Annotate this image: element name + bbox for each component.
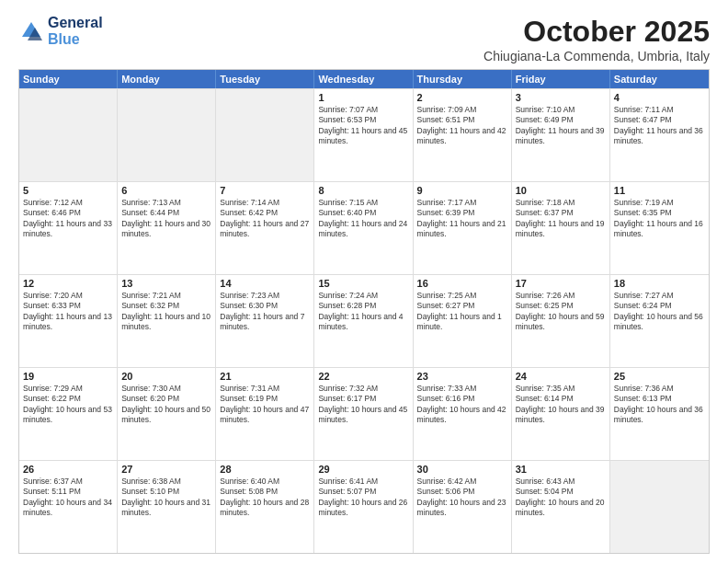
day-cell-26: 26Sunrise: 6:37 AM Sunset: 5:11 PM Dayli… <box>19 461 118 553</box>
day-number: 24 <box>516 371 606 382</box>
day-number: 30 <box>417 464 507 475</box>
day-cell-23: 23Sunrise: 7:33 AM Sunset: 6:16 PM Dayli… <box>414 368 512 460</box>
day-number: 4 <box>614 92 705 103</box>
week-row-2: 5Sunrise: 7:12 AM Sunset: 6:46 PM Daylig… <box>19 181 709 274</box>
day-cell-1: 1Sunrise: 7:07 AM Sunset: 6:53 PM Daylig… <box>314 89 413 181</box>
day-info: Sunrise: 7:17 AM Sunset: 6:39 PM Dayligh… <box>417 198 507 240</box>
day-info: Sunrise: 6:40 AM Sunset: 5:08 PM Dayligh… <box>220 477 310 519</box>
day-number: 19 <box>23 371 113 382</box>
day-cell-8: 8Sunrise: 7:15 AM Sunset: 6:40 PM Daylig… <box>314 182 413 274</box>
header: General Blue October 2025 Chiugiana-La C… <box>18 15 710 63</box>
week-row-4: 19Sunrise: 7:29 AM Sunset: 6:22 PM Dayli… <box>19 367 709 460</box>
day-cell-22: 22Sunrise: 7:32 AM Sunset: 6:17 PM Dayli… <box>314 368 413 460</box>
day-cell-29: 29Sunrise: 6:41 AM Sunset: 5:07 PM Dayli… <box>314 461 413 553</box>
day-number: 9 <box>417 185 507 196</box>
day-info: Sunrise: 7:32 AM Sunset: 6:17 PM Dayligh… <box>318 384 408 426</box>
day-cell-27: 27Sunrise: 6:38 AM Sunset: 5:10 PM Dayli… <box>118 461 216 553</box>
day-info: Sunrise: 7:14 AM Sunset: 6:42 PM Dayligh… <box>220 198 310 240</box>
day-cell-24: 24Sunrise: 7:35 AM Sunset: 6:14 PM Dayli… <box>512 368 610 460</box>
day-number: 22 <box>318 371 408 382</box>
calendar: SundayMondayTuesdayWednesdayThursdayFrid… <box>18 69 710 554</box>
day-number: 23 <box>417 371 507 382</box>
logo-text-line1: General <box>48 15 103 31</box>
day-cell-10: 10Sunrise: 7:18 AM Sunset: 6:37 PM Dayli… <box>512 182 610 274</box>
week-row-5: 26Sunrise: 6:37 AM Sunset: 5:11 PM Dayli… <box>19 460 709 553</box>
header-day-wednesday: Wednesday <box>314 70 413 88</box>
calendar-grid: 1Sunrise: 7:07 AM Sunset: 6:53 PM Daylig… <box>19 88 709 553</box>
day-cell-6: 6Sunrise: 7:13 AM Sunset: 6:44 PM Daylig… <box>118 182 216 274</box>
day-info: Sunrise: 7:35 AM Sunset: 6:14 PM Dayligh… <box>516 384 606 426</box>
empty-cell <box>216 89 314 181</box>
day-info: Sunrise: 7:31 AM Sunset: 6:19 PM Dayligh… <box>220 384 310 426</box>
day-info: Sunrise: 7:09 AM Sunset: 6:51 PM Dayligh… <box>417 105 507 147</box>
day-cell-5: 5Sunrise: 7:12 AM Sunset: 6:46 PM Daylig… <box>19 182 118 274</box>
day-cell-20: 20Sunrise: 7:30 AM Sunset: 6:20 PM Dayli… <box>118 368 216 460</box>
day-number: 16 <box>417 278 507 289</box>
day-number: 10 <box>516 185 606 196</box>
day-cell-7: 7Sunrise: 7:14 AM Sunset: 6:42 PM Daylig… <box>216 182 314 274</box>
week-row-3: 12Sunrise: 7:20 AM Sunset: 6:33 PM Dayli… <box>19 274 709 367</box>
day-info: Sunrise: 7:30 AM Sunset: 6:20 PM Dayligh… <box>121 384 211 426</box>
day-info: Sunrise: 7:21 AM Sunset: 6:32 PM Dayligh… <box>121 291 211 333</box>
day-number: 5 <box>23 185 113 196</box>
day-info: Sunrise: 7:25 AM Sunset: 6:27 PM Dayligh… <box>417 291 507 333</box>
day-info: Sunrise: 7:07 AM Sunset: 6:53 PM Dayligh… <box>318 105 408 147</box>
day-info: Sunrise: 6:38 AM Sunset: 5:10 PM Dayligh… <box>121 477 211 519</box>
day-info: Sunrise: 7:13 AM Sunset: 6:44 PM Dayligh… <box>121 198 211 240</box>
day-cell-25: 25Sunrise: 7:36 AM Sunset: 6:13 PM Dayli… <box>610 368 709 460</box>
day-info: Sunrise: 7:11 AM Sunset: 6:47 PM Dayligh… <box>614 105 705 147</box>
day-info: Sunrise: 6:37 AM Sunset: 5:11 PM Dayligh… <box>23 477 113 519</box>
day-number: 18 <box>614 278 705 289</box>
day-number: 3 <box>516 92 606 103</box>
day-info: Sunrise: 7:26 AM Sunset: 6:25 PM Dayligh… <box>516 291 606 333</box>
day-info: Sunrise: 7:33 AM Sunset: 6:16 PM Dayligh… <box>417 384 507 426</box>
day-number: 12 <box>23 278 113 289</box>
header-day-tuesday: Tuesday <box>216 70 314 88</box>
day-info: Sunrise: 7:24 AM Sunset: 6:28 PM Dayligh… <box>318 291 408 333</box>
location: Chiugiana-La Commenda, Umbria, Italy <box>483 49 710 63</box>
empty-cell <box>118 89 216 181</box>
day-cell-30: 30Sunrise: 6:42 AM Sunset: 5:06 PM Dayli… <box>414 461 512 553</box>
day-cell-9: 9Sunrise: 7:17 AM Sunset: 6:39 PM Daylig… <box>414 182 512 274</box>
day-number: 21 <box>220 371 310 382</box>
day-info: Sunrise: 7:10 AM Sunset: 6:49 PM Dayligh… <box>516 105 606 147</box>
header-day-monday: Monday <box>118 70 216 88</box>
day-info: Sunrise: 7:12 AM Sunset: 6:46 PM Dayligh… <box>23 198 113 240</box>
week-row-1: 1Sunrise: 7:07 AM Sunset: 6:53 PM Daylig… <box>19 88 709 181</box>
day-number: 27 <box>121 464 211 475</box>
day-cell-31: 31Sunrise: 6:43 AM Sunset: 5:04 PM Dayli… <box>512 461 610 553</box>
empty-cell <box>19 89 118 181</box>
day-cell-13: 13Sunrise: 7:21 AM Sunset: 6:32 PM Dayli… <box>118 275 216 367</box>
day-cell-17: 17Sunrise: 7:26 AM Sunset: 6:25 PM Dayli… <box>512 275 610 367</box>
logo: General Blue <box>18 15 103 47</box>
header-day-saturday: Saturday <box>610 70 709 88</box>
day-number: 11 <box>614 185 705 196</box>
day-number: 6 <box>121 185 211 196</box>
day-info: Sunrise: 7:29 AM Sunset: 6:22 PM Dayligh… <box>23 384 113 426</box>
title-block: October 2025 Chiugiana-La Commenda, Umbr… <box>483 15 710 63</box>
day-number: 25 <box>614 371 705 382</box>
day-number: 17 <box>516 278 606 289</box>
day-info: Sunrise: 7:23 AM Sunset: 6:30 PM Dayligh… <box>220 291 310 333</box>
day-info: Sunrise: 6:42 AM Sunset: 5:06 PM Dayligh… <box>417 477 507 519</box>
day-cell-28: 28Sunrise: 6:40 AM Sunset: 5:08 PM Dayli… <box>216 461 314 553</box>
day-cell-12: 12Sunrise: 7:20 AM Sunset: 6:33 PM Dayli… <box>19 275 118 367</box>
day-cell-19: 19Sunrise: 7:29 AM Sunset: 6:22 PM Dayli… <box>19 368 118 460</box>
day-info: Sunrise: 7:15 AM Sunset: 6:40 PM Dayligh… <box>318 198 408 240</box>
day-number: 7 <box>220 185 310 196</box>
day-number: 28 <box>220 464 310 475</box>
empty-cell <box>610 461 709 553</box>
day-cell-21: 21Sunrise: 7:31 AM Sunset: 6:19 PM Dayli… <box>216 368 314 460</box>
day-number: 1 <box>318 92 408 103</box>
day-cell-15: 15Sunrise: 7:24 AM Sunset: 6:28 PM Dayli… <box>314 275 413 367</box>
month-title: October 2025 <box>483 15 710 49</box>
header-day-sunday: Sunday <box>19 70 118 88</box>
calendar-header: SundayMondayTuesdayWednesdayThursdayFrid… <box>19 70 709 88</box>
day-info: Sunrise: 6:43 AM Sunset: 5:04 PM Dayligh… <box>516 477 606 519</box>
day-number: 20 <box>121 371 211 382</box>
day-number: 15 <box>318 278 408 289</box>
day-info: Sunrise: 7:27 AM Sunset: 6:24 PM Dayligh… <box>614 291 705 333</box>
day-info: Sunrise: 7:20 AM Sunset: 6:33 PM Dayligh… <box>23 291 113 333</box>
logo-text-line2: Blue <box>48 31 103 48</box>
day-number: 29 <box>318 464 408 475</box>
